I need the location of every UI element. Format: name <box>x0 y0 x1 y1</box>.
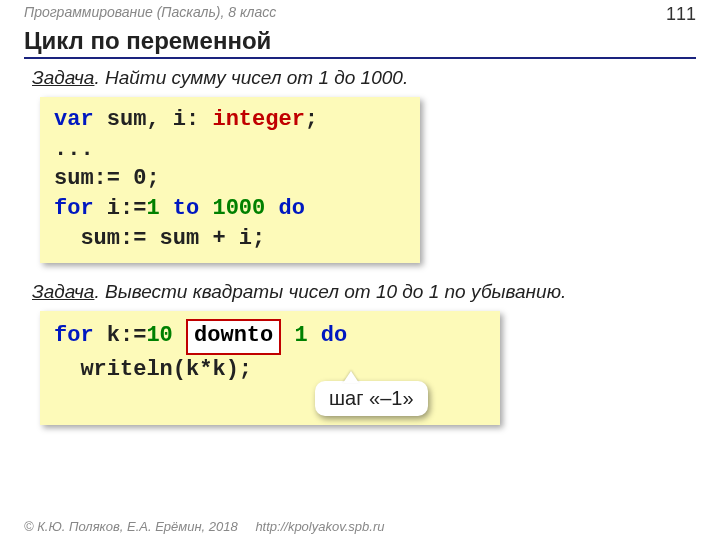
kw-do: do <box>308 323 348 348</box>
task-2: Задача. Вывести квадраты чисел от 10 до … <box>0 273 720 303</box>
slide-footer: © К.Ю. Поляков, Е.А. Ерёмин, 2018 http:/… <box>0 519 720 534</box>
slide-header: Программирование (Паскаль), 8 класс 111 <box>0 0 720 25</box>
course-label: Программирование (Паскаль), 8 класс <box>24 4 276 25</box>
kw-do: do <box>265 196 305 221</box>
page-number: 111 <box>666 4 696 25</box>
code-text: k:= <box>94 323 147 348</box>
code-text <box>281 323 294 348</box>
copyright: © К.Ю. Поляков, Е.А. Ерёмин, 2018 <box>24 519 238 534</box>
kw-var: var <box>54 107 94 132</box>
code-text: sum, i: <box>94 107 213 132</box>
kw-for: for <box>54 196 94 221</box>
code-block-1: var sum, i: integer; ... sum:= 0; for i:… <box>40 97 420 263</box>
code-block-2: for k:=10 downto 1 do writeln(k*k); шаг … <box>40 311 500 424</box>
task-1-lead: Задача <box>32 67 94 88</box>
footer-url[interactable]: http://kpolyakov.spb.ru <box>255 519 384 534</box>
kw-for: for <box>54 323 94 348</box>
kw-integer: integer <box>212 107 304 132</box>
kw-to: to <box>160 196 213 221</box>
num-literal: 1 <box>146 196 159 221</box>
num-literal: 1000 <box>212 196 265 221</box>
code-text: i:= <box>94 196 147 221</box>
code-text: ... <box>54 137 94 162</box>
task-1: Задача. Найти сумму чисел от 1 до 1000. <box>0 59 720 89</box>
task-1-text: . Найти сумму чисел от 1 до 1000. <box>94 67 408 88</box>
page-title: Цикл по переменной <box>0 25 720 55</box>
step-callout: шаг «–1» <box>315 381 428 416</box>
downto-highlight: downto <box>186 319 281 355</box>
num-literal: 1 <box>294 323 307 348</box>
code-text <box>173 323 186 348</box>
code-text: sum:= 0; <box>54 166 160 191</box>
code-text: ; <box>305 107 318 132</box>
code-text: sum:= sum + i; <box>54 226 265 251</box>
code-text: writeln(k*k); <box>54 357 252 382</box>
task-2-text: . Вывести квадраты чисел от 10 до 1 по у… <box>94 281 566 302</box>
num-literal: 10 <box>146 323 172 348</box>
task-2-lead: Задача <box>32 281 94 302</box>
